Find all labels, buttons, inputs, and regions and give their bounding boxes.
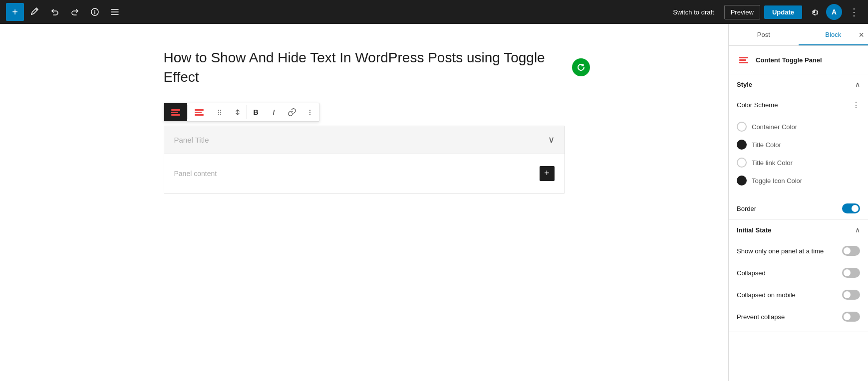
show-one-panel-label: Show only one panel at a time [737, 247, 824, 255]
container-color-label: Container Color [752, 123, 797, 131]
collapsed-slider [842, 268, 860, 278]
container-color-dot [737, 122, 747, 132]
style-section: Style ∧ Color Scheme ⋮ Container Color T… [729, 74, 868, 220]
toolbar-left: + [6, 3, 124, 21]
move-up-down-button[interactable] [229, 103, 247, 121]
style-section-header[interactable]: Style ∧ [729, 74, 868, 94]
show-one-panel-slider [842, 246, 860, 256]
undo-button[interactable] [46, 3, 64, 21]
svg-point-6 [220, 114, 221, 115]
style-chevron-icon: ∧ [855, 80, 860, 88]
title-color-label: Title Color [752, 141, 781, 149]
red-stripes-icon-2 [193, 107, 206, 118]
collapsed-mobile-label: Collapsed on mobile [737, 291, 796, 299]
switch-draft-button[interactable]: Switch to draft [667, 5, 720, 19]
collapsed-mobile-toggle[interactable] [842, 290, 860, 300]
block-type-button-1[interactable] [164, 103, 187, 121]
svg-point-5 [218, 114, 219, 115]
color-scheme-more-icon[interactable]: ⋮ [852, 100, 860, 110]
block-info: Content Toggle Panel [729, 46, 868, 74]
color-options: Container Color Title Color Title link C… [729, 116, 868, 197]
drag-handle[interactable] [211, 103, 229, 121]
more-options-button[interactable]: ⋮ [301, 103, 319, 121]
italic-button[interactable]: I [265, 103, 283, 121]
settings-icon[interactable] [806, 4, 822, 20]
collapsed-mobile-slider [842, 290, 860, 300]
block-toolbar: B I ⋮ [164, 103, 319, 122]
initial-state-section: Initial State ∧ Show only one panel at a… [729, 220, 868, 332]
color-option-title-link[interactable]: Title link Color [737, 154, 860, 172]
style-section-title: Style [737, 81, 752, 88]
toolbar-right: Switch to draft Preview Update A ⋮ [667, 4, 862, 20]
block-toolbar-wrapper: B I ⋮ [164, 103, 565, 122]
show-one-panel-row: Show only one panel at a time [729, 240, 868, 262]
title-link-color-dot [737, 158, 747, 168]
border-toggle-row: Border [729, 197, 868, 219]
svg-point-4 [220, 112, 221, 113]
title-color-dot [737, 140, 747, 150]
prevent-collapse-row: Prevent collapse [729, 306, 868, 328]
tab-indicator [799, 44, 868, 45]
more-options-icon[interactable]: ⋮ [846, 4, 862, 20]
link-button[interactable] [283, 103, 301, 121]
add-content-button[interactable]: + [540, 166, 555, 181]
info-button[interactable] [86, 3, 104, 21]
toggle-icon-color-dot [737, 176, 747, 186]
block-info-icon [737, 53, 751, 67]
collapsed-label: Collapsed [737, 269, 766, 277]
panel-content-placeholder: Panel content [174, 170, 217, 178]
color-option-title[interactable]: Title Color [737, 136, 860, 154]
top-bar: + Switch to draft Preview Update A ⋮ [0, 0, 868, 24]
close-sidebar-button[interactable]: × [859, 29, 864, 40]
post-title: How to Show And Hide Text In WordPress P… [164, 48, 565, 87]
prevent-collapse-toggle[interactable] [842, 312, 860, 322]
editor-content: How to Show And Hide Text In WordPress P… [140, 24, 589, 201]
border-label: Border [737, 205, 756, 212]
tab-block[interactable]: Block [799, 24, 868, 45]
tab-post[interactable]: Post [729, 24, 799, 45]
toggle-icon-color-label: Toggle Icon Color [752, 177, 802, 185]
toggle-block: Panel Title ∨ Panel content + [164, 126, 565, 193]
border-toggle-slider [842, 203, 860, 213]
avatar[interactable]: A [826, 4, 842, 20]
prevent-collapse-label: Prevent collapse [737, 313, 785, 321]
initial-state-content: Show only one panel at a time Collapsed … [729, 240, 868, 332]
redo-button[interactable] [66, 3, 84, 21]
right-sidebar: Post Block × Content Toggle Panel Style … [728, 24, 868, 381]
collapsed-toggle[interactable] [842, 268, 860, 278]
update-button[interactable]: Update [764, 5, 802, 19]
svg-point-1 [218, 110, 219, 111]
color-scheme-title: Color Scheme [737, 101, 778, 109]
color-option-container[interactable]: Container Color [737, 118, 860, 136]
sidebar-tabs: Post Block × [729, 24, 868, 46]
edit-button[interactable] [26, 3, 44, 21]
red-stripes-icon [169, 107, 182, 118]
bold-button[interactable]: B [247, 103, 265, 121]
refresh-icon[interactable] [572, 58, 590, 76]
initial-state-header[interactable]: Initial State ∧ [729, 220, 868, 240]
editor-area: How to Show And Hide Text In WordPress P… [0, 24, 728, 381]
menu-button[interactable] [106, 3, 124, 21]
toggle-panel-content: Panel content + [164, 153, 565, 193]
svg-point-2 [220, 110, 221, 111]
prevent-collapse-slider [842, 312, 860, 322]
add-block-button[interactable]: + [6, 3, 24, 21]
toggle-panel-header[interactable]: Panel Title ∨ [164, 126, 565, 153]
collapsed-mobile-row: Collapsed on mobile [729, 284, 868, 306]
title-row: How to Show And Hide Text In WordPress P… [164, 48, 565, 87]
block-type-button-2[interactable] [188, 103, 211, 121]
color-scheme-header: Color Scheme ⋮ [729, 94, 868, 116]
title-link-color-label: Title link Color [752, 159, 793, 167]
show-one-panel-toggle[interactable] [842, 246, 860, 256]
content-toggle-icon [737, 55, 750, 65]
toggle-panel-title: Panel Title [174, 136, 209, 144]
initial-state-chevron-icon: ∧ [855, 226, 860, 234]
main-layout: How to Show And Hide Text In WordPress P… [0, 0, 868, 381]
preview-button[interactable]: Preview [724, 5, 760, 19]
collapsed-row: Collapsed [729, 262, 868, 284]
block-info-name: Content Toggle Panel [756, 56, 822, 64]
initial-state-title: Initial State [737, 226, 771, 234]
svg-point-3 [218, 112, 219, 113]
border-toggle[interactable] [842, 203, 860, 213]
color-option-toggle-icon[interactable]: Toggle Icon Color [737, 172, 860, 190]
